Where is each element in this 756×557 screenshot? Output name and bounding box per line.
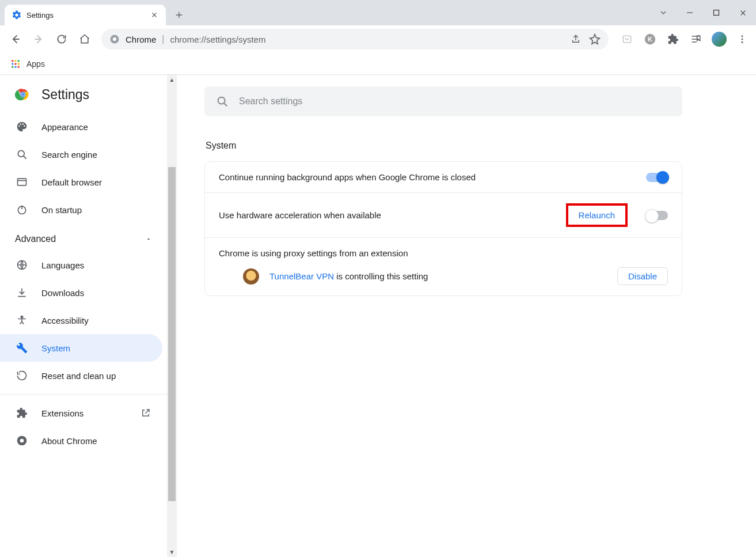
tab-search-icon[interactable] bbox=[650, 0, 677, 25]
proxy-extension-text: TunnelBear VPN is controlling this setti… bbox=[269, 271, 428, 281]
svg-rect-23 bbox=[18, 179, 26, 185]
reading-list-icon[interactable] bbox=[688, 31, 704, 47]
pocket-icon[interactable] bbox=[619, 31, 635, 47]
svg-point-9 bbox=[12, 60, 13, 62]
sidebar-item-reset[interactable]: Reset and clean up bbox=[0, 362, 162, 389]
settings-sidebar: Settings Appearance Search engine Defaul… bbox=[0, 75, 167, 557]
settings-main: Search settings System Continue running … bbox=[177, 75, 756, 557]
row-background-apps: Continue running background apps when Go… bbox=[205, 162, 682, 193]
sidebar-item-system[interactable]: System bbox=[0, 334, 162, 362]
sidebar-divider bbox=[0, 394, 167, 395]
relaunch-highlight: Relaunch bbox=[566, 203, 628, 227]
sidebar-scrollbar[interactable]: ▲ ▼ bbox=[167, 75, 177, 557]
extension-link[interactable]: TunnelBear VPN bbox=[269, 271, 334, 281]
sidebar-item-search-engine[interactable]: Search engine bbox=[0, 141, 162, 168]
sidebar-item-default-browser[interactable]: Default browser bbox=[0, 168, 162, 196]
svg-point-2 bbox=[113, 37, 116, 41]
external-link-icon bbox=[140, 408, 151, 418]
search-placeholder: Search settings bbox=[239, 96, 302, 107]
svg-point-14 bbox=[18, 63, 20, 65]
row-proxy: Chrome is using proxy settings from an e… bbox=[205, 238, 682, 295]
tab-title: Settings bbox=[26, 11, 54, 20]
browser-toolbar: Chrome | chrome://settings/system K bbox=[0, 25, 756, 53]
sidebar-item-extensions[interactable]: Extensions bbox=[0, 399, 162, 427]
extension-suffix: is controlling this setting bbox=[334, 271, 428, 281]
reload-button[interactable] bbox=[52, 29, 71, 49]
window-maximize-icon[interactable] bbox=[703, 0, 730, 25]
tab-strip: Settings bbox=[0, 0, 756, 25]
sidebar-item-languages[interactable]: Languages bbox=[0, 251, 162, 279]
advanced-label: Advanced bbox=[15, 234, 56, 244]
system-settings-card: Continue running background apps when Go… bbox=[204, 161, 682, 296]
disable-button[interactable]: Disable bbox=[617, 267, 668, 285]
svg-point-17 bbox=[18, 66, 20, 67]
scroll-up-icon[interactable]: ▲ bbox=[167, 75, 177, 85]
toggle-background-apps[interactable] bbox=[646, 173, 668, 182]
row-hardware-accel: Use hardware acceleration when available… bbox=[205, 193, 682, 238]
sidebar-item-label: On startup bbox=[41, 205, 82, 215]
sidebar-item-label: Default browser bbox=[41, 177, 102, 187]
sidebar-item-accessibility[interactable]: Accessibility bbox=[0, 306, 162, 334]
sidebar-item-label: About Chrome bbox=[41, 436, 97, 446]
site-info-icon[interactable] bbox=[109, 34, 120, 44]
profile-avatar[interactable] bbox=[711, 31, 727, 47]
sidebar-item-label: Reset and clean up bbox=[41, 371, 116, 381]
svg-point-12 bbox=[12, 63, 13, 65]
relaunch-button[interactable]: Relaunch bbox=[571, 207, 623, 223]
omnibox-url: chrome://settings/system bbox=[170, 35, 266, 44]
svg-point-28 bbox=[20, 439, 24, 443]
omnibox-scheme: Chrome bbox=[126, 35, 156, 44]
toggle-hardware-accel[interactable] bbox=[646, 211, 668, 220]
chrome-menu-icon[interactable] bbox=[734, 31, 750, 47]
svg-point-21 bbox=[22, 93, 25, 96]
sidebar-item-on-startup[interactable]: On startup bbox=[0, 196, 162, 223]
sidebar-item-label: Downloads bbox=[41, 288, 84, 298]
sidebar-item-downloads[interactable]: Downloads bbox=[0, 279, 162, 306]
section-title-system: System bbox=[206, 141, 724, 151]
chevron-up-icon bbox=[145, 236, 152, 242]
sidebar-item-label: Extensions bbox=[41, 408, 83, 418]
omnibox-separator: | bbox=[162, 34, 164, 44]
window-close-icon[interactable] bbox=[730, 0, 756, 25]
row-label: Continue running background apps when Go… bbox=[219, 172, 476, 182]
sidebar-item-about[interactable]: About Chrome bbox=[0, 427, 162, 454]
proxy-message: Chrome is using proxy settings from an e… bbox=[219, 248, 408, 258]
sidebar-item-label: Search engine bbox=[41, 150, 97, 160]
svg-rect-0 bbox=[714, 10, 719, 16]
svg-point-22 bbox=[18, 150, 24, 157]
back-button[interactable] bbox=[6, 29, 25, 49]
share-icon[interactable] bbox=[571, 34, 581, 44]
search-icon bbox=[216, 95, 229, 108]
scrollbar-thumb[interactable] bbox=[168, 167, 176, 501]
bookmarks-bar: Apps bbox=[0, 53, 756, 75]
svg-point-7 bbox=[742, 39, 743, 40]
scroll-down-icon[interactable]: ▼ bbox=[167, 547, 177, 557]
tab-close-icon[interactable] bbox=[150, 10, 159, 20]
tunnelbear-icon bbox=[243, 268, 259, 285]
new-tab-button[interactable] bbox=[170, 6, 188, 24]
forward-button[interactable] bbox=[29, 29, 48, 49]
extensions-puzzle-icon[interactable] bbox=[665, 31, 681, 47]
svg-point-15 bbox=[12, 66, 13, 67]
sidebar-advanced-toggle[interactable]: Advanced bbox=[0, 223, 167, 251]
sidebar-title: Settings bbox=[41, 87, 89, 103]
apps-bookmark[interactable]: Apps bbox=[26, 59, 45, 69]
window-minimize-icon[interactable] bbox=[677, 0, 703, 25]
svg-point-13 bbox=[14, 63, 16, 65]
bookmark-star-icon[interactable] bbox=[589, 33, 601, 45]
settings-gear-icon bbox=[12, 10, 22, 20]
home-button[interactable] bbox=[75, 29, 94, 49]
sidebar-item-appearance[interactable]: Appearance bbox=[0, 113, 162, 141]
chrome-logo-icon bbox=[15, 86, 31, 103]
search-settings-input[interactable]: Search settings bbox=[204, 86, 682, 116]
sidebar-item-label: Appearance bbox=[41, 122, 88, 132]
address-bar[interactable]: Chrome | chrome://settings/system bbox=[101, 29, 609, 50]
apps-grid-icon[interactable] bbox=[10, 59, 21, 69]
browser-tab[interactable]: Settings bbox=[5, 5, 166, 25]
svg-point-11 bbox=[18, 60, 20, 62]
svg-point-10 bbox=[14, 60, 16, 62]
extension-k-icon[interactable]: K bbox=[642, 31, 658, 47]
svg-point-29 bbox=[218, 97, 225, 104]
svg-point-16 bbox=[14, 66, 16, 67]
sidebar-item-label: System bbox=[41, 343, 70, 353]
